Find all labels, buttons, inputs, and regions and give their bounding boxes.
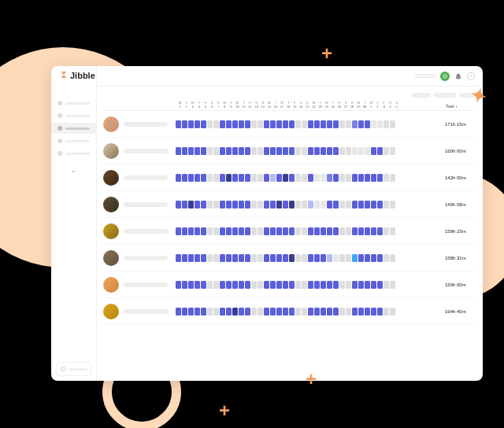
day-cell[interactable] (195, 201, 200, 208)
day-cell[interactable] (226, 174, 232, 182)
day-cell[interactable] (365, 147, 370, 155)
day-cell[interactable] (188, 147, 194, 155)
day-cell[interactable] (251, 147, 257, 155)
day-cell[interactable] (283, 308, 288, 315)
day-cell[interactable] (308, 308, 313, 315)
day-cell[interactable] (308, 174, 313, 182)
day-cell[interactable] (264, 120, 269, 128)
day-cell[interactable] (384, 254, 389, 262)
day-cell[interactable] (258, 147, 263, 155)
day-cell[interactable] (201, 254, 206, 262)
filter-segment[interactable] (434, 93, 456, 98)
day-cell[interactable] (258, 120, 263, 128)
day-cell[interactable] (245, 308, 250, 315)
day-cell[interactable] (232, 227, 238, 235)
day-cell[interactable] (251, 281, 257, 289)
day-cell[interactable] (276, 120, 282, 128)
day-cell[interactable] (176, 281, 181, 289)
day-cell[interactable] (346, 308, 351, 315)
day-cell[interactable] (358, 308, 364, 315)
day-cell[interactable] (264, 174, 269, 182)
day-cell[interactable] (321, 174, 326, 182)
day-cell[interactable] (346, 254, 351, 262)
day-cell[interactable] (201, 201, 206, 208)
day-cell[interactable] (377, 281, 383, 289)
day-cell[interactable] (276, 201, 282, 208)
day-cell[interactable] (270, 308, 276, 315)
day-cell[interactable] (289, 227, 295, 235)
day-cell[interactable] (182, 120, 187, 128)
table-row[interactable]: 158h 31m (103, 245, 475, 271)
day-cell[interactable] (314, 120, 320, 128)
day-cell[interactable] (295, 281, 301, 289)
day-cell[interactable] (207, 201, 213, 208)
day-cell[interactable] (283, 147, 288, 155)
day-cell[interactable] (182, 254, 187, 262)
day-cell[interactable] (371, 254, 376, 262)
day-cell[interactable] (276, 227, 282, 235)
day-cell[interactable] (182, 281, 187, 289)
day-cell[interactable] (365, 120, 370, 128)
day-cell[interactable] (352, 281, 358, 289)
day-cell[interactable] (239, 281, 244, 289)
day-cell[interactable] (333, 281, 339, 289)
day-cell[interactable] (245, 120, 250, 128)
day-cell[interactable] (377, 308, 383, 315)
day-cell[interactable] (327, 174, 332, 182)
day-cell[interactable] (283, 174, 288, 182)
day-cell[interactable] (182, 201, 187, 208)
day-cell[interactable] (339, 147, 345, 155)
day-cell[interactable] (371, 147, 376, 155)
day-cell[interactable] (239, 201, 244, 208)
avatar[interactable] (103, 277, 119, 293)
day-cell[interactable] (195, 174, 200, 182)
day-cell[interactable] (270, 120, 276, 128)
day-cell[interactable] (226, 201, 232, 208)
day-cell[interactable] (251, 120, 257, 128)
day-cell[interactable] (276, 308, 282, 315)
day-cell[interactable] (182, 174, 187, 182)
day-cell[interactable] (321, 281, 326, 289)
day-cell[interactable] (176, 201, 181, 208)
day-cell[interactable] (270, 227, 276, 235)
day-cell[interactable] (333, 254, 339, 262)
day-cell[interactable] (188, 174, 194, 182)
day-cell[interactable] (239, 254, 244, 262)
day-cell[interactable] (264, 227, 269, 235)
day-cell[interactable] (239, 147, 244, 155)
help-icon[interactable]: ? (467, 72, 475, 80)
day-cell[interactable] (176, 254, 181, 262)
day-cell[interactable] (295, 120, 301, 128)
day-cell[interactable] (276, 281, 282, 289)
table-row[interactable]: 171h 15m (103, 111, 475, 138)
day-cell[interactable] (220, 227, 225, 235)
day-cell[interactable] (289, 201, 295, 208)
day-cell[interactable] (327, 147, 332, 155)
day-cell[interactable] (295, 147, 301, 155)
day-cell[interactable] (239, 174, 244, 182)
day-cell[interactable] (352, 308, 358, 315)
day-cell[interactable] (264, 201, 269, 208)
day-cell[interactable] (264, 254, 269, 262)
day-cell[interactable] (201, 174, 206, 182)
day-cell[interactable] (308, 281, 313, 289)
day-cell[interactable] (352, 227, 358, 235)
day-cell[interactable] (339, 227, 345, 235)
day-cell[interactable] (245, 254, 250, 262)
day-cell[interactable] (327, 254, 332, 262)
day-cell[interactable] (390, 120, 395, 128)
day-cell[interactable] (188, 227, 194, 235)
day-cell[interactable] (358, 147, 364, 155)
day-cell[interactable] (365, 174, 370, 182)
day-cell[interactable] (207, 281, 213, 289)
day-cell[interactable] (188, 281, 194, 289)
day-cell[interactable] (302, 281, 307, 289)
day-cell[interactable] (333, 201, 339, 208)
day-cell[interactable] (239, 227, 244, 235)
day-cell[interactable] (201, 227, 206, 235)
day-cell[interactable] (339, 281, 345, 289)
day-cell[interactable] (365, 201, 370, 208)
day-cell[interactable] (371, 308, 376, 315)
avatar[interactable] (103, 143, 119, 159)
day-cell[interactable] (321, 254, 326, 262)
